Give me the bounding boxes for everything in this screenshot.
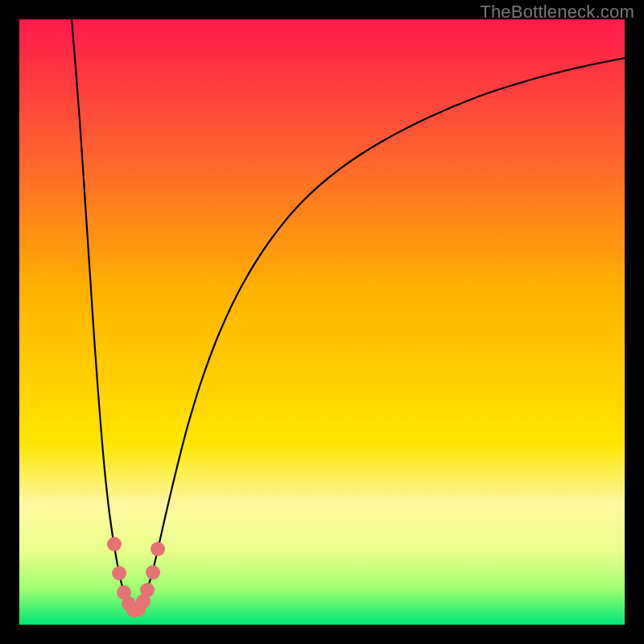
data-marker	[107, 537, 122, 551]
plot-area	[19, 19, 625, 625]
data-marker	[112, 566, 126, 580]
chart-frame: TheBottleneck.com	[0, 0, 644, 644]
watermark-text: TheBottleneck.com	[480, 2, 634, 23]
chart-svg	[19, 19, 625, 625]
gradient-background	[19, 19, 625, 625]
data-marker	[140, 583, 155, 597]
data-marker	[151, 542, 165, 556]
data-marker	[146, 565, 160, 580]
